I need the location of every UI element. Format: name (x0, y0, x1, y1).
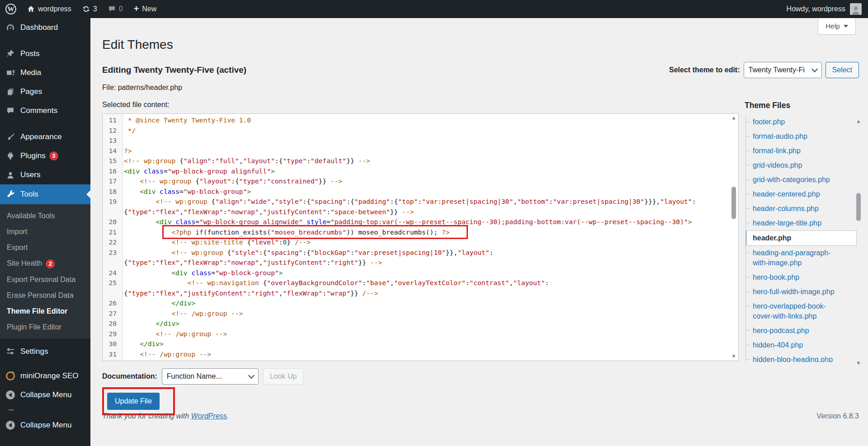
theme-select[interactable]: Twenty Twenty-Fi (744, 62, 822, 78)
sidebar-item-miniorange-seo[interactable]: miniOrange SEO (0, 366, 90, 385)
update-file-button[interactable]: Update File (107, 393, 160, 410)
comment-bubble-icon (108, 5, 116, 13)
theme-file-footer-php[interactable]: footer.php (753, 115, 857, 129)
help-button[interactable]: Help (818, 18, 856, 35)
code-text: <!-- wp:group {"layout":{"type":"constra… (120, 176, 342, 187)
submenu-item-erase-personal-data[interactable]: Erase Personal Data (0, 287, 90, 303)
theme-file-format-audio-php[interactable]: format-audio.php (753, 129, 857, 144)
code-line[interactable]: 24 <div class="wp-block-group"> (103, 268, 738, 278)
theme-file-header-large-title-php[interactable]: header-large-title.php (753, 216, 857, 230)
updates-indicator[interactable]: 3 (77, 0, 103, 18)
code-line[interactable]: 19 <!-- wp:group {"align":"wide","style"… (103, 197, 738, 207)
submenu-item-available-tools[interactable]: Available Tools (0, 208, 90, 224)
theme-file-grid-with-categories-php[interactable]: grid-with-categories.php (753, 173, 857, 187)
site-home-link[interactable]: wordpress (22, 0, 77, 18)
line-number: 26 (103, 298, 120, 309)
theme-select-value: Twenty Twenty-Fi (749, 66, 805, 74)
sidebar-item-plugins[interactable]: Plugins3 (0, 146, 90, 165)
theme-file-hero-podcast-php[interactable]: hero-podcast.php (753, 324, 857, 338)
theme-file-header-centered-php[interactable]: header-centered.php (753, 187, 857, 202)
code-line[interactable]: 20 <div class="wp-block-group alignwide"… (103, 217, 738, 227)
sidebar-item-posts[interactable]: Posts (0, 44, 90, 63)
code-line[interactable]: 14?> (103, 146, 738, 156)
theme-file-format-link-php[interactable]: format-link.php (753, 144, 857, 158)
submenu-item-site-health[interactable]: Site Health2 (0, 255, 90, 272)
code-line[interactable]: 26 </div> (103, 298, 738, 309)
highlight-box-update-button: Update File (102, 387, 175, 415)
theme-files-scrollbar[interactable]: ▲ ▼ (855, 118, 862, 366)
new-button[interactable]: + New (128, 0, 162, 18)
sidebar-item-miniorange-seo[interactable]: miniOrange SEO (0, 404, 90, 410)
documentation-select[interactable]: Function Name... (162, 368, 259, 385)
code-line[interactable]: 27 <!-- /wp:group --> (103, 309, 738, 319)
submenu-item-export-personal-data[interactable]: Export Personal Data (0, 272, 90, 287)
theme-file-header-columns-php[interactable]: header-columns.php (753, 202, 857, 216)
code-line[interactable]: 11 * @since Twenty Twenty-Five 1.0 (103, 115, 738, 126)
user-avatar[interactable] (850, 3, 862, 15)
look-up-button[interactable]: Look Up (263, 368, 304, 385)
code-line[interactable]: 15<!-- wp:group {"align":"full","layout"… (103, 156, 738, 166)
code-text: */ (120, 126, 136, 136)
code-line[interactable]: 12 */ (103, 126, 738, 136)
theme-file-hero-full-width-image-php[interactable]: hero-full-width-image.php (753, 285, 857, 299)
theme-file-grid-videos-php[interactable]: grid-videos.php (753, 158, 857, 173)
code-text: <div class="wp-block-group"> (120, 187, 251, 197)
code-line[interactable]: 21 <?php if(function_exists("moseo_bread… (103, 227, 738, 238)
sidebar-item-media[interactable]: Media (0, 63, 90, 82)
scroll-up-arrow[interactable]: ▲ (731, 115, 736, 121)
theme-file-hero-book-php[interactable]: hero-book.php (753, 270, 857, 285)
sidebar-item-users[interactable]: Users (0, 165, 90, 184)
sidebar-item-appearance[interactable]: Appearance (0, 127, 90, 146)
code-line[interactable]: 16<div class="wp-block-group alignfull"> (103, 166, 738, 177)
code-line[interactable]: 13 (103, 136, 738, 146)
code-editor[interactable]: 11 * @since Twenty Twenty-Five 1.012 */1… (102, 113, 739, 361)
theme-file-heading-and-paragraph-with-image-php[interactable]: heading-and-paragraph-with-image.php (753, 246, 857, 270)
sidebar-item-collapse-menu[interactable]: Collapse Menu (0, 385, 90, 404)
scroll-up-arrow[interactable]: ▲ (856, 118, 861, 124)
code-line[interactable]: 29 <!-- /wp:group --> (103, 329, 738, 339)
theme-file-hidden-404-php[interactable]: hidden-404.php (753, 338, 857, 352)
code-line[interactable]: 22 <!-- wp:site-title {"level":0} /--> (103, 237, 738, 248)
theme-file-hero-overlapped-book-cover-with-links-php[interactable]: hero-overlapped-book-cover-with-links.ph… (753, 299, 857, 324)
editor-scrollbar[interactable]: ▲ ▼ (731, 115, 737, 359)
scroll-down-arrow[interactable]: ▼ (731, 354, 736, 359)
miniorange-icon (5, 409, 15, 410)
line-number: 29 (103, 329, 120, 339)
code-line[interactable]: 31 <!-- /wp:group --> (103, 349, 738, 360)
theme-files-heading: Theme Files (745, 101, 863, 110)
submenu-item-plugin-file-editor[interactable]: Plugin File Editor (0, 319, 90, 335)
code-line[interactable]: {"type":"flex","flexWrap":"nowrap","just… (103, 258, 738, 268)
select-theme-button[interactable]: Select (826, 62, 859, 78)
comments-indicator[interactable]: 0 (103, 0, 128, 18)
theme-files-scrollbar-thumb[interactable] (856, 193, 861, 221)
line-number: 17 (103, 176, 120, 187)
sidebar-item-collapse-menu[interactable]: Collapse Menu (0, 416, 90, 435)
theme-file-header-php[interactable]: header.php (745, 230, 857, 246)
sidebar-item-label: Comments (20, 106, 57, 115)
code-line[interactable]: 28 </div> (103, 319, 738, 329)
line-number: 25 (103, 278, 120, 288)
sidebar-item-pages[interactable]: Pages (0, 82, 90, 101)
scroll-down-arrow[interactable]: ▼ (856, 360, 861, 366)
code-line[interactable]: 17 <!-- wp:group {"layout":{"type":"cons… (103, 176, 738, 187)
dashboard-icon (5, 23, 15, 32)
howdy-menu[interactable]: Howdy, wordpress (787, 5, 845, 13)
wordpress-link[interactable]: WordPress (191, 412, 227, 420)
sidebar-item-tools[interactable]: Tools (0, 184, 90, 204)
sidebar-item-settings[interactable]: Settings (0, 342, 90, 361)
editor-scrollbar-thumb[interactable] (731, 187, 736, 219)
submenu-item-theme-file-editor[interactable]: Theme File Editor (0, 303, 90, 319)
sidebar-item-dashboard[interactable]: Dashboard (0, 18, 90, 37)
theme-file-hidden-blog-heading-php[interactable]: hidden-blog-heading.php (753, 352, 857, 362)
wp-logo-menu[interactable]: W (0, 0, 22, 18)
code-line[interactable]: 25 <!-- wp:navigation {"overlayBackgroun… (103, 278, 738, 288)
code-line[interactable]: {"type":"flex","justifyContent":"right",… (103, 288, 738, 299)
code-line[interactable]: 30 </div> (103, 339, 738, 349)
code-line[interactable]: 18 <div class="wp-block-group"> (103, 187, 738, 197)
sidebar-item-comments[interactable]: Comments (0, 101, 90, 120)
submenu-item-export[interactable]: Export (0, 239, 90, 255)
code-line[interactable]: 23 <!-- wp:group {"style":{"spacing":{"b… (103, 248, 738, 258)
submenu-item-import[interactable]: Import (0, 224, 90, 239)
code-text: <!-- wp:group {"style":{"spacing":{"bloc… (120, 248, 493, 258)
code-line[interactable]: {"type":"flex","flexWrap":"nowrap","just… (103, 207, 738, 217)
